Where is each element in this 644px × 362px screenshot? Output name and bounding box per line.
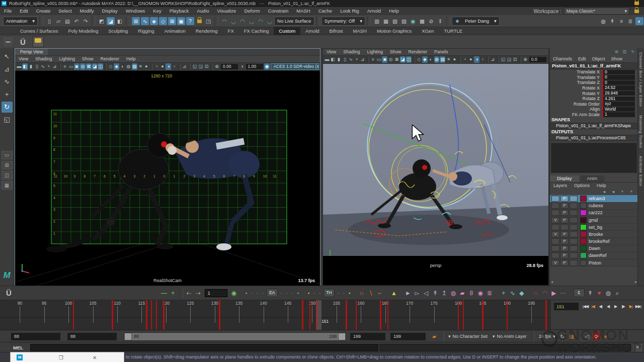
plugin-shading-icon[interactable]: ▨ (132, 63, 137, 70)
menu-mash[interactable]: MASH (292, 7, 314, 15)
play-blast-icon[interactable]: ▶ (550, 289, 557, 298)
anim-layer-dropdown[interactable]: ▾No Anim Layer (493, 334, 527, 339)
keyframe-tick[interactable] (346, 300, 347, 330)
isolate-add-icon[interactable]: ◲ (506, 56, 512, 63)
fog-icon[interactable]: ◔ (462, 56, 467, 63)
shelf-dot-icon[interactable]: · (255, 289, 259, 298)
left-vp-menu-renderer[interactable]: Renderer (97, 56, 123, 62)
layer-row-set-bg[interactable]: set_bg (550, 224, 638, 231)
menu-constrain[interactable]: Constrain (264, 7, 293, 15)
pause-icon[interactable]: ‖ (436, 17, 444, 25)
step-forward-frame-button[interactable]: |▶ (620, 303, 627, 310)
arc2-red-icon[interactable]: ◠ (541, 289, 548, 298)
xray-joints-icon[interactable]: ◈ (422, 56, 428, 63)
epsilon-button[interactable]: Ɛ (574, 289, 585, 297)
layout-single-pane[interactable]: ▭ (2, 151, 13, 159)
ipr-render-icon[interactable]: ▦ (382, 17, 390, 25)
th-button[interactable]: TH (324, 289, 335, 297)
playback-end-field[interactable]: 199 (350, 333, 385, 340)
layer-playback-toggle[interactable]: P (560, 203, 569, 209)
select-cursor-icon[interactable]: ► (404, 289, 412, 298)
layer-reference-toggle[interactable] (570, 203, 578, 209)
rotate-tool[interactable]: ↻ (2, 102, 13, 113)
select-component-icon[interactable]: ◧ (116, 17, 124, 25)
layer-playback-toggle[interactable]: P (560, 231, 569, 237)
dots-icon[interactable]: ⋯ (559, 289, 567, 298)
layer-playback-toggle[interactable]: P (560, 196, 569, 202)
magnifier-icon[interactable]: ⌕ (613, 289, 621, 298)
channel-box-menu-channels[interactable]: Channels (550, 56, 575, 62)
exposure-icon[interactable]: ⊕ (523, 56, 528, 63)
menu-create[interactable]: Create (32, 7, 55, 15)
textured-icon[interactable]: ◙ (382, 56, 387, 63)
layer-list-scrollbar[interactable]: ◂▸ (550, 280, 638, 285)
channel-value-field[interactable]: xyz (602, 102, 635, 107)
default-lighting-icon[interactable]: ☀ (446, 56, 451, 63)
animation-end-field[interactable]: 199 (390, 333, 426, 340)
menu-arnold[interactable]: Arnold (363, 7, 385, 15)
channel-box-menu-edit[interactable]: Edit (575, 56, 589, 62)
sculpt-icon[interactable]: ◍ (599, 17, 607, 25)
move-layer-down-icon[interactable]: ◂ (610, 189, 616, 195)
layer-editor-tab-anim[interactable]: Anim (580, 175, 605, 182)
layer-editor-tab-display[interactable]: Display (550, 175, 579, 182)
shelf-dot-icon[interactable]: ▪ (347, 289, 351, 298)
shaded-icon[interactable]: ▭ (376, 56, 382, 63)
channel-value-field[interactable]: 0 (602, 70, 635, 75)
left-viewport-canvas[interactable]: 644 x 362 11109876543211110987654321012… (15, 71, 320, 286)
shape-node-name[interactable]: Piston_v01_01_L:ac_lf_armFKShape (550, 123, 638, 129)
isolate-icon[interactable]: ◍ (126, 63, 131, 70)
isolate-select-icon[interactable]: ◱ (192, 63, 198, 70)
pen-icon[interactable]: ∿ (509, 289, 516, 298)
taskbar-mini-window[interactable]: M ❒ ✕ (10, 352, 124, 362)
layer-visibility-toggle[interactable] (551, 252, 559, 258)
shelf-dot-icon[interactable]: ▪ (296, 289, 300, 298)
select-add-icon[interactable]: ▻ (413, 289, 421, 298)
snap-curve-icon[interactable]: ∿ (141, 17, 149, 25)
workspace-lock-icon[interactable] (632, 9, 641, 14)
shelf-tab-animation[interactable]: Animation (159, 27, 190, 35)
layer-visibility-toggle[interactable] (551, 224, 559, 230)
prev-key-arrow-icon[interactable]: ⇠ (185, 289, 193, 298)
scale-tool[interactable]: ◱ (2, 114, 13, 125)
speaker-icon[interactable]: ◁) (584, 332, 592, 340)
channel-box-menu-object[interactable]: Object (589, 56, 608, 62)
locator-icon[interactable]: + (500, 289, 507, 298)
menu-file[interactable]: File (0, 7, 16, 15)
layer-visibility-toggle[interactable] (551, 245, 559, 251)
folder-icon[interactable]: ▰ (458, 289, 466, 298)
script-editor-icon[interactable]: ≣ (633, 344, 642, 351)
shelf-collapse-icon[interactable]: ▬ (4, 38, 12, 46)
sync-icon[interactable]: ⟳ (593, 332, 601, 340)
channel-value-field[interactable]: 1 (602, 112, 635, 117)
side-tab-modeling-toolkit[interactable]: Modeling Toolkit (638, 111, 643, 152)
ao-icon[interactable]: ◪ (400, 56, 406, 63)
keyframe-tick[interactable] (380, 300, 381, 330)
side-tab-channel-box-layer-editor[interactable]: Channel Box / Layer Editor (638, 48, 643, 111)
view-transform-icon[interactable]: ◉ (264, 63, 270, 70)
isolate-add-icon[interactable]: ◲ (198, 63, 203, 70)
undo-icon[interactable]: ↶ (72, 17, 80, 25)
menu-modify[interactable]: Modify (76, 7, 98, 15)
keyframe-tick[interactable] (387, 300, 389, 330)
construction-history-icon-3[interactable]: ◠ (238, 17, 247, 25)
shelf-dot-icon[interactable]: ▪ (306, 289, 310, 298)
layer-row-refcam3[interactable]: Prefcam3 (550, 195, 638, 202)
textured-icon[interactable]: ◙ (74, 63, 79, 70)
shelf-tab-turtle[interactable]: TURTLE (439, 27, 467, 35)
sphere-icon[interactable]: ◉ (476, 289, 484, 298)
exposure-icon[interactable]: ⊕ (214, 63, 220, 70)
current-frame-field[interactable]: 151 (554, 303, 579, 310)
move-layer-up-icon[interactable]: ◂ (601, 189, 607, 195)
camera-attrs-icon[interactable]: ◧ (22, 63, 28, 70)
layer-color-swatch[interactable] (580, 252, 587, 258)
step-back-key-button[interactable]: |◀ (590, 303, 597, 310)
greasepencil-icon[interactable]: + (46, 63, 51, 70)
layer-visibility-toggle[interactable] (551, 203, 559, 209)
keyframe-tick[interactable] (482, 300, 484, 330)
heart-icon[interactable]: ♥ (595, 289, 603, 298)
shelf-tab-fx[interactable]: FX (223, 27, 239, 35)
playback-start-field[interactable]: 88 (67, 333, 117, 340)
image-plane-icon[interactable]: ▯ (34, 63, 40, 70)
shelf-dot-icon[interactable]: · (285, 289, 289, 298)
